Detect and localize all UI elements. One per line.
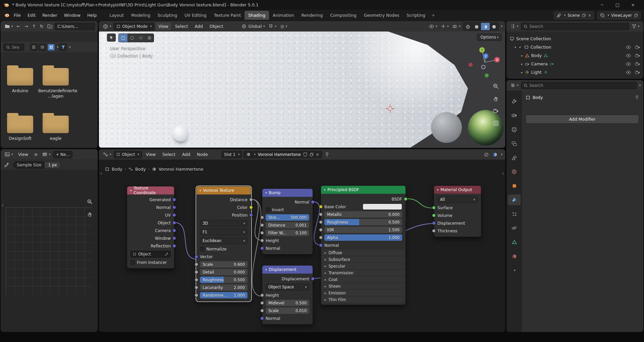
input-socket-roughness[interactable] <box>319 220 323 224</box>
select-lasso-button[interactable] <box>136 34 145 42</box>
from-instancer-checkbox[interactable] <box>130 260 135 265</box>
panel-coat[interactable]: ▸Coat <box>322 276 405 283</box>
input-socket-base-color[interactable] <box>319 205 323 209</box>
close-button[interactable]: × <box>625 0 641 10</box>
menu-node[interactable]: Node <box>194 151 211 158</box>
panel-thin-film[interactable]: ▸Thin Film <box>322 296 405 303</box>
input-socket-height[interactable] <box>260 293 264 297</box>
fake-user-shield-icon[interactable] <box>303 152 307 157</box>
folder-item[interactable]: eagle <box>38 116 73 141</box>
output-socket-reflection[interactable] <box>172 244 176 248</box>
unlink-scene-icon[interactable]: × <box>588 13 591 18</box>
menu-help[interactable]: Help <box>84 11 100 19</box>
tab-shading[interactable]: Shading <box>245 11 269 20</box>
tab-view-layer[interactable] <box>508 138 521 149</box>
disable-render-icon[interactable] <box>635 62 640 66</box>
tab-uv-editing[interactable]: UV Editing <box>181 11 210 20</box>
display-horizontal-list-button[interactable] <box>39 44 46 51</box>
chevron-down-icon[interactable]: ▾ <box>501 25 502 28</box>
collapse-icon[interactable]: ▾ <box>437 188 438 191</box>
invert-checkbox[interactable] <box>266 208 270 212</box>
input-socket-normal[interactable] <box>260 317 264 320</box>
normalize-checkbox[interactable] <box>200 247 204 251</box>
panel-subsurface[interactable]: ▸Subsurface <box>322 256 405 263</box>
scene-selector[interactable]: ▾ Scene × <box>554 11 594 19</box>
menu-view[interactable]: View <box>15 151 31 158</box>
scale-slider[interactable]: Scale0.010 <box>266 307 309 314</box>
material-datablock[interactable]: ▾ Voronoi Hammertone × <box>244 151 322 158</box>
path-field[interactable]: C:\Users... <box>55 23 95 30</box>
mode-selector[interactable]: Object Mode ▾ <box>114 23 154 30</box>
tab-scripting[interactable]: Scripting <box>403 11 429 20</box>
input-socket-ior[interactable] <box>319 228 323 232</box>
input-socket-scale[interactable] <box>260 309 264 312</box>
menu-add[interactable]: Add <box>192 22 205 30</box>
lacunarity-slider[interactable]: Lacunarity2.000 <box>200 284 248 291</box>
outliner-editor-type-button[interactable]: ▾ <box>509 23 520 30</box>
collection-checkbox[interactable]: ✓ <box>518 45 522 49</box>
transform-orientation-selector[interactable]: Global ▾ <box>240 23 266 30</box>
expand-icon[interactable]: ▾ <box>515 46 516 49</box>
material-slot-selector[interactable]: Slot 1 ▾ <box>221 151 243 158</box>
dimensions-dropdown[interactable]: 3D▾ <box>200 220 248 227</box>
output-socket-bsdf[interactable] <box>404 197 408 201</box>
scale-slider[interactable]: Scale0.600 <box>200 261 248 268</box>
tab-material[interactable] <box>508 251 521 262</box>
node-texture-coordinate[interactable]: ▾ Texture Coordinate Generated Normal UV… <box>127 186 174 269</box>
node-principled-bsdf[interactable]: ▾ Principled BSDF BSDF Base Color Metall… <box>321 185 406 305</box>
roughness-slider[interactable]: Roughness0.500 <box>324 219 402 225</box>
eyedropper-icon[interactable] <box>165 252 168 256</box>
shading-material-preview-button[interactable] <box>481 23 490 31</box>
input-socket-normal[interactable] <box>260 246 264 250</box>
tab-modeling[interactable]: Modeling <box>127 11 154 20</box>
gizmo-neg-z-axis[interactable] <box>482 65 485 69</box>
zoom-button[interactable] <box>85 197 94 206</box>
detail-slider[interactable]: Detail0.000 <box>200 269 248 275</box>
node-bump[interactable]: ▾ Bump Normal Invert Stre...500.000 Dist… <box>262 188 313 254</box>
chevron-down-icon[interactable]: ▾ <box>57 46 58 49</box>
viewport-camera-button[interactable] <box>491 107 500 115</box>
tab-animation[interactable]: Animation <box>269 11 298 20</box>
breadcrumb-nodetree[interactable]: Body <box>135 167 146 172</box>
input-socket-normal[interactable] <box>319 243 323 247</box>
display-vertical-list-button[interactable] <box>30 44 38 51</box>
navigation-gizmo[interactable]: Y Z X <box>468 45 501 80</box>
midlevel-slider[interactable]: Midlevel0.500 <box>266 300 309 306</box>
sample-size-field[interactable]: Sample Size 1 px <box>13 161 61 169</box>
tab-texture-paint[interactable]: Texture Paint <box>210 11 245 20</box>
chevron-down-icon[interactable]: ▾ <box>501 153 502 156</box>
hide-viewport-icon[interactable] <box>626 45 631 49</box>
node-header[interactable]: ▾ Voronoi Texture <box>197 186 251 194</box>
disable-render-icon[interactable] <box>635 45 640 49</box>
folder-item[interactable]: Arduino <box>3 68 38 94</box>
new-scene-icon[interactable] <box>582 13 586 17</box>
input-socket-roughness[interactable] <box>195 278 198 282</box>
outliner-filter-button[interactable]: ▾ <box>631 23 641 30</box>
menu-view[interactable]: View <box>143 151 159 158</box>
viewport-zoom-button[interactable] <box>491 82 500 91</box>
tab-render[interactable] <box>508 110 521 121</box>
gizmo-neg-x-axis[interactable] <box>469 63 473 67</box>
app-menu-blender-icon[interactable] <box>3 13 10 18</box>
display-thumbnails-button[interactable] <box>47 44 55 51</box>
viewport-grid-toggle-button[interactable] <box>491 119 500 127</box>
output-socket-normal[interactable] <box>172 206 176 209</box>
input-socket-filter-width[interactable] <box>260 231 264 235</box>
new-image-button[interactable]: + Ne... <box>53 151 72 158</box>
snap-toggle[interactable]: ▾ <box>267 23 277 30</box>
output-socket-object[interactable] <box>172 221 176 225</box>
tab-geometry-nodes[interactable]: Geometry Nodes <box>360 11 403 20</box>
view-layer-selector[interactable]: ▾ ViewLayer <box>597 11 641 19</box>
menu-view[interactable]: View <box>156 22 171 30</box>
minimize-button[interactable]: ─ <box>594 0 610 10</box>
input-socket-randomness[interactable] <box>195 293 198 297</box>
menu-select[interactable]: Select <box>172 22 191 30</box>
disable-render-icon[interactable] <box>635 70 640 74</box>
menu-object[interactable]: Object <box>207 22 226 30</box>
new-view-layer-icon[interactable] <box>634 13 638 17</box>
collapse-icon[interactable]: ▾ <box>265 191 267 194</box>
output-socket-distance[interactable] <box>249 198 253 202</box>
folder-item[interactable]: DesignSoft <box>3 116 38 141</box>
panel-specular[interactable]: ▸Specular <box>322 263 405 269</box>
menu-select[interactable]: Select <box>160 151 178 158</box>
